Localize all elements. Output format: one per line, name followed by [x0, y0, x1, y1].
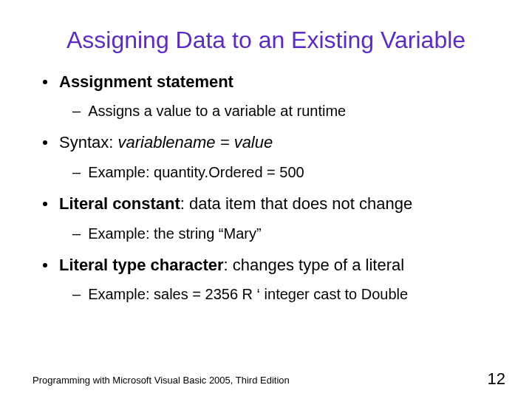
bullet-prefix: Syntax:	[59, 133, 117, 151]
bullet-bold: Assignment statement	[59, 72, 233, 91]
sub-text: Example: the string “Mary”	[88, 224, 499, 243]
bullet-text: Literal type character: changes type of …	[59, 255, 499, 276]
dash-icon: –	[72, 163, 81, 182]
page-number: 12	[488, 369, 505, 389]
slide: Assigning Data to an Existing Variable A…	[0, 0, 532, 399]
bullet-item: Literal constant: data item that does no…	[33, 194, 499, 243]
sub-item: – Example: quantity.Ordered = 500	[33, 163, 499, 182]
bullet-bold: Literal constant	[59, 194, 180, 213]
bullet-dot-icon	[43, 263, 47, 267]
sub-list: – Assigns a value to a variable at runti…	[33, 101, 499, 120]
bullet-dot-icon	[43, 202, 47, 206]
sub-item: – Assigns a value to a variable at runti…	[33, 101, 499, 120]
slide-title: Assigning Data to an Existing Variable	[33, 27, 499, 54]
dash-icon: –	[72, 224, 81, 243]
sub-list: – Example: sales = 2356 R ‘ integer cast…	[33, 284, 499, 304]
dash-icon: –	[72, 101, 81, 120]
bullet-rest: : changes type of a literal	[224, 256, 405, 274]
sub-item: – Example: the string “Mary”	[33, 224, 499, 243]
sub-list: – Example: the string “Mary”	[33, 224, 499, 243]
sub-text: Example: sales = 2356 R ‘ integer cast t…	[88, 284, 499, 304]
bullet-text: Literal constant: data item that does no…	[59, 194, 499, 215]
dash-icon: –	[72, 284, 81, 304]
sub-list: – Example: quantity.Ordered = 500	[33, 163, 499, 182]
bullet-list: Assignment statement – Assigns a value t…	[33, 72, 499, 304]
bullet-item: Assignment statement – Assigns a value t…	[33, 72, 499, 121]
bullet-item: Literal type character: changes type of …	[33, 255, 499, 304]
sub-text: Example: quantity.Ordered = 500	[88, 163, 499, 182]
bullet-bold: Literal type character	[59, 256, 224, 274]
bullet-dot-icon	[43, 140, 47, 145]
bullet-dot-icon	[43, 80, 47, 84]
bullet-item: Syntax: variablename = value – Example: …	[33, 132, 499, 182]
bullet-text: Syntax: variablename = value	[59, 132, 499, 154]
sub-text: Assigns a value to a variable at runtime	[88, 101, 499, 120]
sub-item: – Example: sales = 2356 R ‘ integer cast…	[33, 284, 499, 304]
bullet-text: Assignment statement	[59, 72, 499, 93]
bullet-rest: : data item that does not change	[180, 194, 412, 213]
bullet-italic: variablename = value	[117, 133, 273, 151]
footer-text: Programming with Microsoft Visual Basic …	[33, 375, 290, 386]
